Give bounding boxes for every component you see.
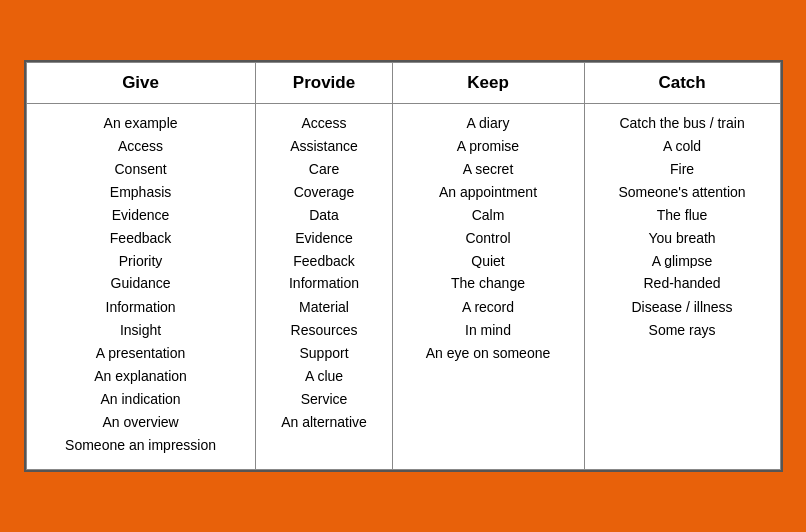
list-item: In mind (399, 319, 577, 342)
list-item: Emphasis (33, 181, 249, 204)
column-3: Catch the bus / trainA coldFireSomeone's… (584, 103, 780, 469)
list-item: A presentation (33, 342, 249, 365)
list-item: Service (262, 388, 387, 411)
collocations-table: GiveProvideKeepCatch An exampleAccessCon… (26, 62, 781, 470)
list-item: A diary (399, 112, 577, 135)
list-item: Access (262, 112, 387, 135)
list-item: Support (262, 342, 387, 365)
list-item: Evidence (33, 204, 249, 227)
list-item: A promise (399, 135, 577, 158)
list-item: An eye on someone (399, 342, 577, 365)
list-item: An overview (33, 411, 249, 434)
table-wrapper: GiveProvideKeepCatch An exampleAccessCon… (24, 60, 783, 472)
list-item: Some rays (591, 319, 774, 342)
outer-frame: GiveProvideKeepCatch An exampleAccessCon… (0, 0, 806, 532)
column-2: A diaryA promiseA secretAn appointmentCa… (393, 103, 584, 469)
list-item: Guidance (33, 272, 249, 295)
column-header-keep: Keep (393, 62, 584, 103)
list-item: An appointment (399, 181, 577, 204)
list-item: Insight (33, 319, 249, 342)
list-item: A record (399, 296, 577, 319)
list-item: Feedback (262, 250, 387, 272)
list-item: An example (33, 112, 249, 135)
column-0: An exampleAccessConsentEmphasisEvidenceF… (26, 103, 255, 469)
list-item: Feedback (33, 227, 249, 250)
column-1: AccessAssistanceCareCoverageDataEvidence… (255, 103, 393, 469)
list-item: Consent (33, 158, 249, 181)
list-item: Catch the bus / train (591, 112, 774, 135)
list-item: Resources (262, 319, 387, 342)
list-item: Access (33, 135, 249, 158)
list-item: An alternative (262, 411, 387, 434)
list-item: Evidence (262, 227, 387, 250)
list-item: Fire (591, 158, 774, 181)
column-header-catch: Catch (584, 62, 780, 103)
list-item: Material (262, 296, 387, 319)
list-item: A glimpse (591, 250, 774, 272)
list-item: Coverage (262, 181, 387, 204)
list-item: Care (262, 158, 387, 181)
list-item: Red-handed (591, 272, 774, 295)
list-item: Someone an impression (33, 434, 249, 457)
list-item: Control (399, 227, 577, 250)
list-item: A clue (262, 365, 387, 388)
list-item: The change (399, 272, 577, 295)
list-item: The flue (591, 204, 774, 227)
list-item: Assistance (262, 135, 387, 158)
list-item: Priority (33, 250, 249, 272)
list-item: Calm (399, 204, 577, 227)
column-header-provide: Provide (255, 62, 393, 103)
column-header-give: Give (26, 62, 255, 103)
list-item: Someone's attention (591, 181, 774, 204)
list-item: An indication (33, 388, 249, 411)
list-item: A secret (399, 158, 577, 181)
list-item: Data (262, 204, 387, 227)
list-item: Disease / illness (591, 296, 774, 319)
list-item: Quiet (399, 250, 577, 272)
list-item: A cold (591, 135, 774, 158)
list-item: Information (262, 272, 387, 295)
list-item: An explanation (33, 365, 249, 388)
list-item: You breath (591, 227, 774, 250)
list-item: Information (33, 296, 249, 319)
